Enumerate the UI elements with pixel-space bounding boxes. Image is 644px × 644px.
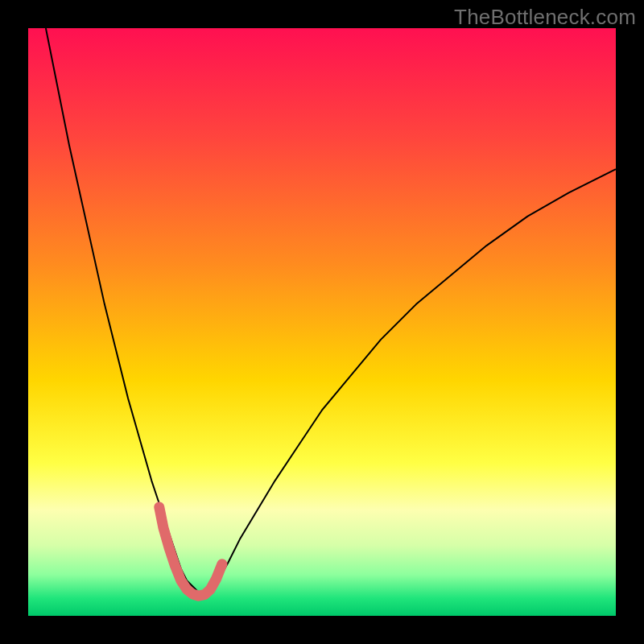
gradient-background xyxy=(28,28,616,616)
plot-area xyxy=(28,28,616,616)
chart-frame: TheBottleneck.com xyxy=(0,0,644,644)
watermark-text: TheBottleneck.com xyxy=(454,5,636,30)
chart-svg xyxy=(28,28,616,616)
